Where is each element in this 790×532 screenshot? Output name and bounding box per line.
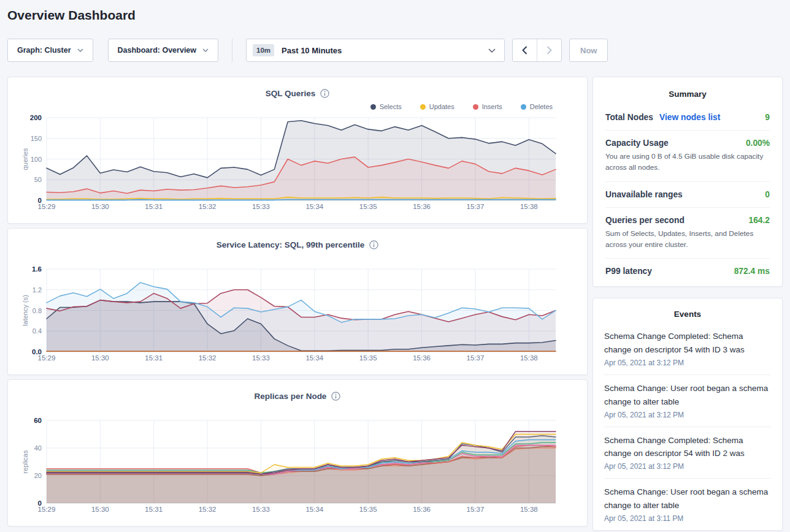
- summary-panel: Summary Total Nodes View nodes list 9 Ca…: [592, 77, 783, 287]
- replicas-per-node-title: Replicas per Node: [255, 392, 327, 401]
- legend-dot: [473, 104, 478, 110]
- unavailable-ranges-label: Unavailable ranges: [605, 190, 683, 199]
- time-range-badge: 10m: [253, 44, 274, 56]
- svg-text:40: 40: [34, 444, 42, 452]
- svg-text:15:34: 15:34: [305, 506, 323, 513]
- svg-text:15:31: 15:31: [145, 506, 163, 513]
- capacity-usage-note: You are using 0 B of 4.5 GiB usable disk…: [605, 151, 770, 173]
- svg-text:0.4: 0.4: [33, 327, 42, 335]
- sql-queries-legend: SelectsUpdatesInsertsDeletes: [20, 102, 553, 111]
- svg-text:queries: queries: [21, 148, 29, 170]
- event-timestamp: Apr 05, 2021 at 3:12 PM: [604, 411, 771, 419]
- events-panel: Events Schema Change Completed: Schema c…: [592, 298, 783, 531]
- legend-dot: [420, 104, 426, 110]
- svg-text:15:30: 15:30: [91, 203, 109, 210]
- p99-latency-value: 872.4 ms: [734, 267, 770, 276]
- sql-queries-chart[interactable]: 05010015020015:2915:3015:3115:3215:3315:…: [20, 113, 576, 213]
- event-item: Schema Change Completed: Schema change o…: [604, 325, 771, 374]
- chevron-down-icon: [202, 48, 209, 52]
- total-nodes-label: Total Nodes: [605, 113, 653, 122]
- summary-title: Summary: [605, 87, 770, 105]
- svg-text:15:30: 15:30: [91, 354, 109, 362]
- legend-label: Updates: [429, 103, 454, 110]
- graph-dropdown[interactable]: Graph: Cluster: [7, 39, 93, 62]
- chevron-down-icon: [488, 48, 496, 53]
- svg-text:latency (s): latency (s): [21, 295, 29, 326]
- time-range-picker[interactable]: 10m Past 10 Minutes: [246, 39, 505, 62]
- svg-text:100: 100: [31, 156, 42, 163]
- event-timestamp: Apr 05, 2021 at 3:12 PM: [604, 462, 771, 471]
- event-timestamp: Apr 05, 2021 at 3:12 PM: [604, 359, 771, 367]
- service-latency-title: Service Latency: SQL, 99th percentile: [217, 240, 365, 249]
- chevron-down-icon: [77, 48, 83, 52]
- dashboard-controls: Graph: Cluster Dashboard: Overview 10m P…: [7, 39, 783, 62]
- event-item: Schema Change: User root began a schema …: [604, 478, 771, 530]
- svg-text:15:31: 15:31: [145, 203, 163, 210]
- qps-value: 164.2: [748, 216, 770, 225]
- replicas-per-node-chart[interactable]: 020406015:2915:3015:3115:3215:3315:3415:…: [20, 416, 576, 516]
- svg-text:15:37: 15:37: [467, 354, 485, 362]
- event-item: Schema Change: User root began a schema …: [604, 374, 771, 427]
- replicas-per-node-panel: Replicas per Node 020406015:2915:3015:31…: [7, 379, 588, 526]
- svg-text:15:37: 15:37: [467, 203, 485, 210]
- now-button[interactable]: Now: [569, 39, 608, 62]
- svg-text:15:36: 15:36: [413, 506, 431, 513]
- legend-item-deletes[interactable]: Deletes: [521, 103, 553, 110]
- summary-row-unavailable-ranges: Unavailable ranges 0: [605, 181, 770, 207]
- unavailable-ranges-value: 0: [765, 190, 770, 199]
- svg-text:15:32: 15:32: [199, 354, 217, 362]
- chevron-right-icon: [546, 46, 552, 55]
- svg-text:15:38: 15:38: [520, 203, 538, 210]
- sql-queries-title: SQL Queries: [266, 89, 316, 98]
- graph-dropdown-label: Graph: Cluster: [17, 46, 71, 55]
- info-icon[interactable]: [331, 392, 340, 401]
- svg-text:20: 20: [34, 472, 42, 479]
- service-latency-chart[interactable]: 0.00.40.81.21.615:2915:3015:3115:3215:33…: [20, 264, 576, 365]
- svg-text:15:33: 15:33: [252, 506, 270, 513]
- info-icon[interactable]: [369, 240, 378, 249]
- svg-text:15:35: 15:35: [359, 354, 377, 362]
- svg-text:15:34: 15:34: [305, 354, 323, 362]
- main-content: SQL Queries SelectsUpdatesInsertsDeletes…: [7, 77, 783, 531]
- time-range-label: Past 10 Minutes: [282, 46, 481, 55]
- legend-item-updates[interactable]: Updates: [420, 103, 454, 110]
- capacity-usage-value: 0.00%: [746, 139, 770, 148]
- legend-dot: [521, 104, 526, 110]
- page-title: Overview Dashboard: [7, 8, 790, 23]
- capacity-usage-label: Capacity Usage: [605, 139, 669, 148]
- time-step-buttons: [512, 39, 562, 62]
- previous-interval-button[interactable]: [513, 39, 537, 61]
- summary-row-p99-latency: P99 latency 872.4 ms: [605, 258, 770, 284]
- qps-label: Queries per second: [605, 216, 685, 225]
- event-text: Schema Change: User root began a schema …: [604, 485, 771, 512]
- p99-latency-label: P99 latency: [605, 267, 652, 276]
- legend-label: Deletes: [530, 103, 553, 110]
- legend-item-inserts[interactable]: Inserts: [473, 103, 502, 110]
- events-title: Events: [604, 307, 771, 325]
- legend-dot: [370, 104, 376, 110]
- next-interval-button[interactable]: [537, 39, 561, 61]
- event-text: Schema Change: User root began a schema …: [604, 382, 771, 409]
- svg-text:15:36: 15:36: [413, 354, 431, 362]
- dashboard-dropdown-label: Dashboard: Overview: [118, 46, 197, 55]
- legend-item-selects[interactable]: Selects: [370, 103, 402, 110]
- svg-text:1.2: 1.2: [33, 286, 42, 294]
- svg-text:15:38: 15:38: [520, 354, 538, 362]
- summary-row-total-nodes: Total Nodes View nodes list 9: [605, 105, 770, 130]
- info-icon[interactable]: [320, 89, 329, 98]
- svg-text:15:29: 15:29: [38, 506, 56, 513]
- svg-text:15:35: 15:35: [359, 203, 377, 210]
- svg-text:15:34: 15:34: [305, 203, 323, 210]
- sidebar: Summary Total Nodes View nodes list 9 Ca…: [592, 77, 783, 531]
- svg-text:15:32: 15:32: [199, 203, 217, 210]
- service-latency-panel: Service Latency: SQL, 99th percentile 0.…: [7, 228, 588, 375]
- event-timestamp: Apr 05, 2021 at 3:11 PM: [604, 514, 771, 523]
- dashboard-dropdown[interactable]: Dashboard: Overview: [108, 39, 219, 62]
- svg-text:1.6: 1.6: [32, 265, 42, 273]
- summary-row-qps: Queries per second 164.2 Sum of Selects,…: [605, 207, 770, 259]
- svg-text:15:35: 15:35: [359, 506, 377, 513]
- svg-text:0.8: 0.8: [33, 307, 42, 314]
- svg-text:60: 60: [34, 417, 42, 424]
- view-nodes-list-link[interactable]: View nodes list: [659, 113, 720, 122]
- svg-text:15:38: 15:38: [520, 506, 538, 513]
